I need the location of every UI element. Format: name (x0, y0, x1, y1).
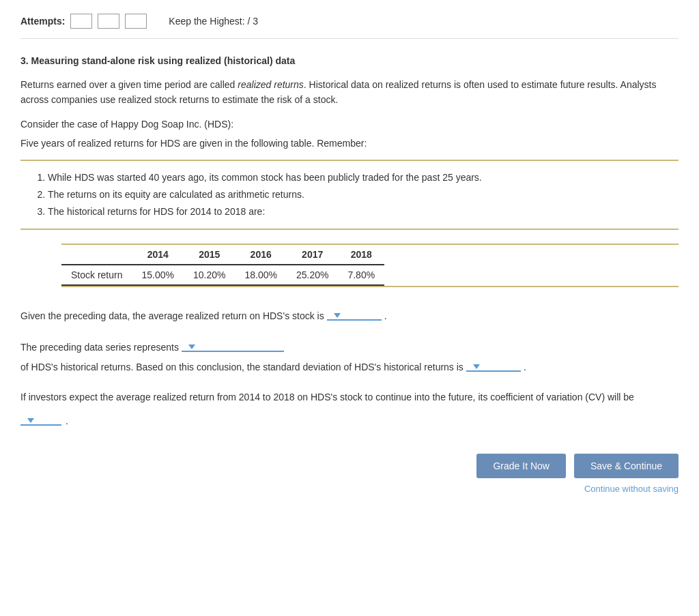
q3-suffix: . (66, 415, 68, 426)
col-header-2016: 2016 (235, 245, 286, 265)
returns-table: 2014 2015 2016 2017 2018 Stock return 15… (61, 245, 384, 286)
cv-line: . (20, 415, 679, 426)
col-header-2015: 2015 (184, 245, 235, 265)
button-row: Grade It Now Save & Continue (476, 454, 679, 478)
col-header-2018: 2018 (338, 245, 384, 265)
row-2018: 7.80% (338, 265, 384, 285)
data-series-dropdown[interactable] (182, 343, 284, 352)
question-1-line: Given the preceding data, the average re… (20, 308, 679, 325)
attempt-box-1[interactable] (70, 14, 92, 29)
intro-text: Returns earned over a given time period … (20, 77, 679, 108)
q2-prefix: The preceding data series represents (20, 339, 179, 356)
consider-text: Consider the case of Happy Dog Soap Inc.… (20, 119, 679, 130)
question-1-section: Given the preceding data, the average re… (20, 308, 679, 325)
q2-middle: of HDS's historical returns. Based on th… (20, 359, 463, 376)
footer-section: Grade It Now Save & Continue Continue wi… (20, 454, 679, 494)
row-2017: 25.20% (287, 265, 338, 285)
col-header-label (61, 245, 132, 265)
data-table-container: 2014 2015 2016 2017 2018 Stock return 15… (61, 244, 679, 287)
save-continue-button[interactable]: Save & Continue (574, 454, 679, 478)
attempt-box-3[interactable] (125, 14, 147, 29)
row-label: Stock return (61, 265, 132, 285)
col-header-2014: 2014 (132, 245, 183, 265)
cv-arrow-icon (27, 418, 34, 423)
row-2015: 10.20% (184, 265, 235, 285)
average-return-arrow-icon (334, 313, 341, 318)
std-dev-dropdown[interactable] (466, 363, 521, 372)
attempt-box-2[interactable] (98, 14, 119, 29)
q1-prefix: Given the preceding data, the average re… (20, 308, 324, 325)
data-series-arrow-icon (188, 344, 195, 349)
bullet-3: The historical returns for HDS for 2014 … (48, 203, 665, 220)
section-title: 3. Measuring stand-alone risk using real… (20, 55, 679, 66)
row-2014: 15.00% (132, 265, 183, 285)
keep-highest: Keep the Highest: / 3 (169, 16, 258, 27)
q1-suffix: . (384, 308, 387, 325)
info-box: While HDS was started 40 years ago, its … (20, 160, 679, 231)
question-2-section: The preceding data series represents of … (20, 339, 679, 376)
bullet-1: While HDS was started 40 years ago, its … (48, 169, 665, 186)
five-years-text: Five years of realized returns for HDS a… (20, 138, 679, 149)
q2-suffix: . (524, 359, 526, 376)
grade-it-now-button[interactable]: Grade It Now (476, 454, 565, 478)
table-row: Stock return 15.00% 10.20% 18.00% 25.20%… (61, 265, 384, 285)
row-2016: 18.00% (235, 265, 286, 285)
std-dev-arrow-icon (473, 364, 480, 369)
cv-dropdown[interactable] (20, 417, 61, 426)
average-return-dropdown[interactable] (327, 312, 382, 321)
bullet-2: The returns on its equity are calculated… (48, 186, 665, 203)
col-header-2017: 2017 (287, 245, 338, 265)
attempts-bar: Attempts: Keep the Highest: / 3 (20, 14, 679, 39)
attempts-label: Attempts: (20, 16, 65, 27)
question-2-line: The preceding data series represents of … (20, 339, 679, 376)
q3-text: If investors expect the average realized… (20, 390, 679, 405)
continue-without-saving-link[interactable]: Continue without saving (584, 484, 679, 494)
question-3-section: If investors expect the average realized… (20, 390, 679, 426)
